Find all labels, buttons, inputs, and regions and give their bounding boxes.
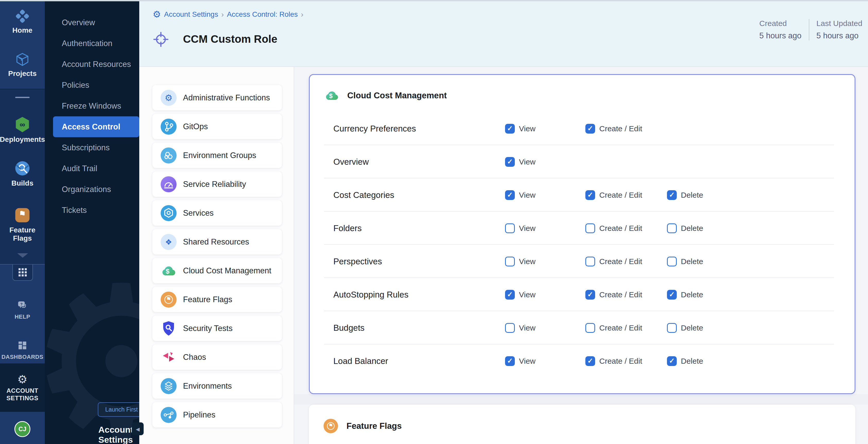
checkbox-unchecked[interactable] [667, 223, 677, 233]
breadcrumb-link-account-settings[interactable]: Account Settings [164, 10, 218, 19]
rail-item-feature-flags[interactable]: Feature Flags [0, 207, 45, 243]
permission-budgets-delete[interactable]: Delete [667, 323, 703, 333]
rail-item-account-settings[interactable]: ⚙ ACCOUNT SETTINGS [0, 363, 45, 412]
next-section-header: Feature Flags [323, 418, 402, 434]
permission-cost-categories-delete[interactable]: Delete [667, 190, 703, 200]
checkbox-unchecked[interactable] [585, 223, 595, 233]
permission-perspectives-view[interactable]: View [505, 257, 535, 266]
permission-overview-view[interactable]: View [505, 157, 535, 167]
sidebar-item-access-control[interactable]: Access Control [53, 116, 139, 137]
checkbox-checked[interactable] [667, 356, 677, 366]
permission-folders-create-edit[interactable]: Create / Edit [585, 223, 642, 233]
created-meta: Created 5 hours ago [760, 19, 802, 40]
breadcrumb: ⚙ Account Settings›Access Control: Roles… [153, 10, 304, 19]
permission-autostopping-rules-delete[interactable]: Delete [667, 290, 703, 299]
sidebar-item-audit-trail[interactable]: Audit Trail [53, 158, 139, 179]
module-rail: Home Projects∞ Deployments Builds Featur… [0, 0, 45, 444]
permission-cost-categories-view[interactable]: View [505, 190, 535, 200]
module-card-services[interactable]: Services [152, 200, 282, 226]
module-card-environment-groups[interactable]: Environment Groups [152, 142, 282, 168]
checkbox-checked[interactable] [585, 190, 595, 200]
module-card-label: Cloud Cost Management [183, 266, 271, 276]
checkbox-checked[interactable] [505, 356, 515, 366]
checkbox-checked[interactable] [505, 290, 515, 299]
permission-currency-preferences-create-edit[interactable]: Create / Edit [585, 124, 642, 134]
module-picker-button[interactable] [12, 264, 33, 281]
checkbox-checked[interactable] [585, 290, 595, 299]
permission-cost-categories-create-edit[interactable]: Create / Edit [585, 190, 642, 200]
module-card-service-reliability[interactable]: Service Reliability [152, 171, 282, 197]
avatar[interactable]: CJ [14, 421, 30, 437]
checkbox-unchecked[interactable] [505, 323, 515, 333]
rail-item-projects[interactable]: Projects [0, 52, 45, 78]
module-card-shared-resources[interactable]: ❖ Shared Resources [152, 229, 282, 255]
permission-load-balancer-create-edit[interactable]: Create / Edit [585, 356, 642, 366]
module-card-environments[interactable]: Environments [152, 373, 282, 399]
sidebar-item-freeze-windows[interactable]: Freeze Windows [53, 95, 139, 116]
module-card-security-tests[interactable]: Security Tests [152, 316, 282, 341]
permission-folders-delete[interactable]: Delete [667, 223, 703, 233]
checkbox-unchecked[interactable] [505, 257, 515, 266]
module-card-cloud-cost-management[interactable]: $ Cloud Cost Management [152, 258, 282, 283]
checkbox-unchecked[interactable] [505, 223, 515, 233]
rail-item-label: Projects [8, 69, 37, 78]
module-card-label: GitOps [183, 122, 208, 131]
module-card-chaos[interactable]: Chaos [152, 344, 282, 370]
rail-drag-handle[interactable] [15, 97, 30, 98]
permission-currency-preferences-view[interactable]: View [505, 124, 535, 134]
module-card-label: Administrative Functions [183, 93, 270, 102]
checkbox-checked[interactable] [505, 190, 515, 200]
sidebar-item-organizations[interactable]: Organizations [53, 179, 139, 200]
checkbox-checked[interactable] [667, 190, 677, 200]
rail-item-builds[interactable]: Builds [0, 160, 45, 187]
module-card-list: ⚙ Administrative Functions GitOps Enviro… [152, 85, 282, 427]
permission-perspectives-create-edit[interactable]: Create / Edit [585, 257, 642, 266]
sidebar-item-account-resources[interactable]: Account Resources [53, 54, 139, 75]
permission-label: Create / Edit [599, 224, 642, 233]
checkbox-checked[interactable] [667, 290, 677, 299]
environment-groups-icon [160, 147, 177, 164]
module-card-feature-flags[interactable]: Feature Flags [152, 287, 282, 312]
account-settings-label-line2: SETTINGS [6, 394, 38, 402]
sidebar-item-policies[interactable]: Policies [53, 75, 139, 95]
collapse-nav-button[interactable]: ◂ [132, 422, 144, 435]
permission-row-load-balancer: Load Balancer View Create / Edit Delete [310, 344, 855, 378]
permission-load-balancer-delete[interactable]: Delete [667, 356, 703, 366]
permission-load-balancer-view[interactable]: View [505, 356, 535, 366]
breadcrumb-link-access-control-roles[interactable]: Access Control: Roles [227, 10, 298, 19]
sidebar-item-overview[interactable]: Overview [53, 12, 139, 33]
module-card-administrative-functions[interactable]: ⚙ Administrative Functions [152, 85, 282, 110]
checkbox-checked[interactable] [505, 124, 515, 134]
permission-label: View [519, 323, 535, 332]
checkbox-unchecked[interactable] [667, 323, 677, 333]
rail-item-deployments[interactable]: ∞ Deployments [0, 116, 45, 144]
permission-perspectives-delete[interactable]: Delete [667, 257, 703, 266]
checkbox-checked[interactable] [585, 356, 595, 366]
module-card-pipelines[interactable]: Pipelines [152, 402, 282, 427]
checkbox-checked[interactable] [505, 157, 515, 167]
breadcrumb-separator: › [301, 10, 304, 19]
checkbox-unchecked[interactable] [585, 323, 595, 333]
permission-row-budgets: Budgets View Create / Edit Delete [310, 311, 855, 344]
permission-autostopping-rules-view[interactable]: View [505, 290, 535, 299]
sidebar-item-authentication[interactable]: Authentication [53, 33, 139, 54]
permission-budgets-create-edit[interactable]: Create / Edit [585, 323, 642, 333]
rail-item-help[interactable]: ? HELP [0, 299, 45, 320]
svg-text:❖: ❖ [165, 238, 172, 246]
permission-budgets-view[interactable]: View [505, 323, 535, 333]
permission-label: Delete [681, 290, 703, 299]
sidebar-item-tickets[interactable]: Tickets [53, 200, 139, 221]
chevron-down-icon[interactable] [17, 253, 28, 258]
checkbox-checked[interactable] [585, 124, 595, 134]
launch-first-generation-button[interactable]: Launch First Generation [98, 402, 139, 417]
permissions-panel-feature-flags[interactable]: Feature Flags [309, 405, 856, 444]
permission-label: View [519, 158, 535, 166]
checkbox-unchecked[interactable] [667, 257, 677, 266]
permission-autostopping-rules-create-edit[interactable]: Create / Edit [585, 290, 642, 299]
module-card-gitops[interactable]: GitOps [152, 114, 282, 139]
rail-item-home[interactable]: Home [0, 8, 45, 34]
checkbox-unchecked[interactable] [585, 257, 595, 266]
sidebar-item-subscriptions[interactable]: Subscriptions [53, 137, 139, 158]
permission-folders-view[interactable]: View [505, 223, 535, 233]
rail-item-dashboards[interactable]: DASHBOARDS [0, 339, 45, 360]
